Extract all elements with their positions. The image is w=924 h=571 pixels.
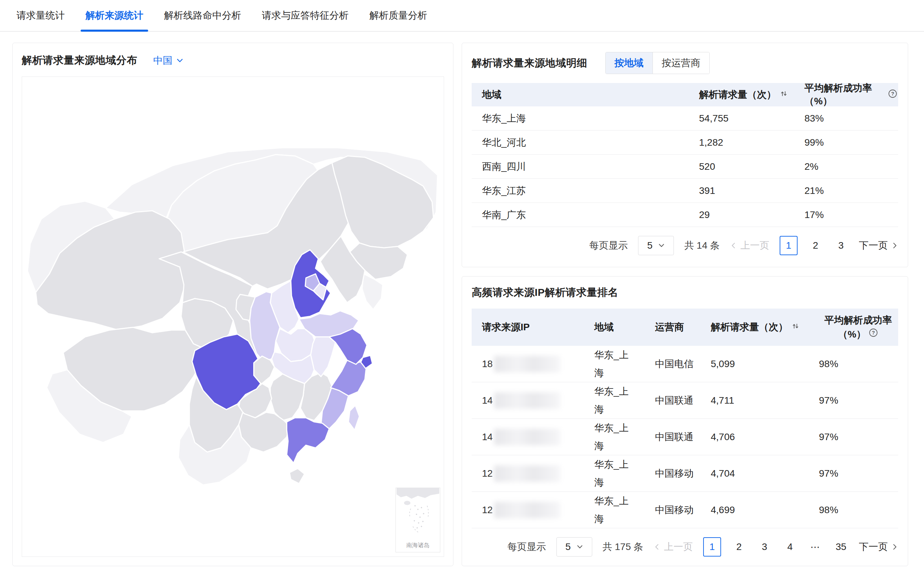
table-row: 西南_四川 520 2% bbox=[472, 154, 898, 179]
toggle-by-region[interactable]: 按地域 bbox=[606, 52, 652, 74]
table-row: 华东_上海 54,755 83% bbox=[472, 106, 898, 131]
table-row: 14 华东_上海 中国联通 4,706 97% bbox=[472, 419, 898, 455]
row-requests: 4,711 bbox=[700, 395, 814, 406]
page-button-1[interactable]: 1 bbox=[780, 236, 797, 255]
ip-rank-title: 高频请求来源IP解析请求量排名 bbox=[472, 286, 618, 299]
map-region-select[interactable]: 中国 bbox=[153, 54, 184, 67]
total-count: 共 175 条 bbox=[603, 540, 643, 553]
page-button-3[interactable]: 3 bbox=[833, 236, 848, 255]
south-china-sea-mini-map bbox=[396, 488, 440, 542]
province-anhui[interactable] bbox=[311, 334, 335, 377]
ip-blur bbox=[494, 392, 560, 409]
tab-resolution-quality[interactable]: 解析质量分析 bbox=[359, 0, 437, 31]
col-region: 地域 bbox=[584, 321, 644, 334]
row-success-rate: 97% bbox=[814, 432, 898, 443]
row-requests: 1,282 bbox=[689, 137, 794, 148]
col-source-ip: 请求来源IP bbox=[472, 321, 584, 334]
region-table-pagination: 每页显示 5 共 14 条 上一页 1 2 3 下一页 bbox=[472, 236, 898, 255]
next-page-button[interactable]: 下一页 bbox=[859, 540, 898, 553]
row-source-ip: 12 bbox=[472, 465, 584, 482]
province-hainan[interactable] bbox=[289, 468, 304, 483]
row-source-ip: 12 bbox=[472, 502, 584, 518]
table-row: 18 华东_上海 中国电信 5,099 98% bbox=[472, 346, 898, 382]
page-ellipsis[interactable]: ⋯ bbox=[808, 537, 823, 557]
svg-text:?: ? bbox=[872, 330, 875, 335]
ip-blur bbox=[494, 502, 560, 518]
ip-blur bbox=[494, 356, 560, 372]
row-isp: 中国联通 bbox=[644, 394, 700, 407]
province-chongqing[interactable] bbox=[254, 356, 275, 384]
view-toggle: 按地域 按运营商 bbox=[605, 52, 710, 74]
row-success-rate: 83% bbox=[794, 113, 898, 124]
row-success-rate: 98% bbox=[814, 358, 898, 370]
page-button-3[interactable]: 3 bbox=[757, 537, 772, 557]
row-isp: 中国移动 bbox=[644, 467, 700, 480]
ip-blur bbox=[494, 465, 560, 482]
row-source-ip: 14 bbox=[472, 429, 584, 445]
col-region: 地域 bbox=[472, 88, 689, 101]
prev-page-button[interactable]: 上一页 bbox=[730, 239, 769, 252]
page-size-select[interactable]: 5 bbox=[556, 537, 592, 557]
content-area: 解析请求量来源地域分布 中国 bbox=[0, 32, 924, 571]
row-region: 华东_上海 bbox=[584, 383, 644, 418]
row-success-rate: 99% bbox=[794, 137, 898, 148]
row-region: 华东_江苏 bbox=[472, 184, 689, 198]
row-region: 华东_上海 bbox=[584, 492, 644, 528]
map-region-select-value: 中国 bbox=[153, 54, 173, 67]
region-table: 地域 解析请求量（次） 平均解析成功率（%） ? bbox=[472, 83, 898, 227]
total-count: 共 14 条 bbox=[684, 239, 720, 252]
chevron-right-icon bbox=[891, 242, 898, 249]
row-requests: 4,699 bbox=[700, 505, 814, 515]
col-success-rate: 平均解析成功率（%） ? bbox=[794, 82, 898, 108]
tab-request-response-analysis[interactable]: 请求与应答特征分析 bbox=[252, 0, 359, 31]
help-icon[interactable]: ? bbox=[868, 327, 878, 341]
tab-resolution-source[interactable]: 解析来源统计 bbox=[75, 0, 154, 31]
row-success-rate: 98% bbox=[814, 505, 898, 515]
dns-analytics-page: 请求量统计 解析来源统计 解析线路命中分析 请求与应答特征分析 解析质量分析 解… bbox=[0, 0, 924, 571]
province-guangdong[interactable] bbox=[287, 418, 329, 463]
south-china-sea-inset: 南海诸岛 bbox=[396, 488, 440, 552]
china-map-svg bbox=[22, 77, 444, 557]
row-requests: 5,099 bbox=[700, 358, 814, 370]
row-region: 华东_上海 bbox=[584, 346, 644, 382]
tab-request-volume[interactable]: 请求量统计 bbox=[6, 0, 75, 31]
toggle-by-isp[interactable]: 按运营商 bbox=[652, 52, 709, 74]
chevron-left-icon bbox=[654, 543, 660, 550]
row-region: 华北_河北 bbox=[472, 136, 689, 149]
table-row: 华东_江苏 391 21% bbox=[472, 179, 898, 203]
prev-page-button[interactable]: 上一页 bbox=[654, 540, 693, 553]
page-button-2[interactable]: 2 bbox=[808, 236, 823, 255]
table-row: 14 华东_上海 中国联通 4,711 97% bbox=[472, 382, 898, 419]
row-success-rate: 21% bbox=[794, 185, 898, 196]
province-taiwan[interactable] bbox=[348, 405, 359, 430]
svg-text:?: ? bbox=[891, 91, 894, 96]
sort-icon[interactable] bbox=[780, 89, 788, 100]
row-requests: 520 bbox=[689, 161, 794, 172]
page-size-label: 每页显示 bbox=[507, 540, 546, 553]
table-row: 华南_广东 29 17% bbox=[472, 203, 898, 227]
page-button-1[interactable]: 1 bbox=[703, 537, 721, 557]
ip-rank-panel: 高频请求来源IP解析请求量排名 请求来源IP 地域 运营商 解析请求量（次） bbox=[462, 276, 908, 566]
region-table-header: 地域 解析请求量（次） 平均解析成功率（%） ? bbox=[472, 83, 898, 106]
table-row: 12 华东_上海 中国移动 4,699 98% bbox=[472, 492, 898, 528]
col-requests: 解析请求量（次） bbox=[700, 321, 814, 334]
ip-blur bbox=[494, 429, 560, 445]
page-button-2[interactable]: 2 bbox=[731, 537, 746, 557]
sort-icon[interactable] bbox=[791, 322, 800, 333]
ip-rank-pagination: 每页显示 5 共 175 条 上一页 1 2 3 4 ⋯ 35 bbox=[472, 537, 898, 557]
row-success-rate: 17% bbox=[794, 209, 898, 221]
page-size-select[interactable]: 5 bbox=[638, 236, 674, 255]
row-requests: 391 bbox=[689, 185, 794, 196]
row-region: 华东_上海 bbox=[584, 455, 644, 491]
row-isp: 中国联通 bbox=[644, 431, 700, 444]
page-button-4[interactable]: 4 bbox=[782, 537, 797, 557]
help-icon[interactable]: ? bbox=[888, 89, 898, 101]
row-region: 西南_四川 bbox=[472, 160, 689, 173]
next-page-button[interactable]: 下一页 bbox=[859, 239, 898, 252]
page-button-35[interactable]: 35 bbox=[833, 537, 848, 557]
chevron-down-icon bbox=[176, 57, 184, 65]
tab-line-hit-analysis[interactable]: 解析线路命中分析 bbox=[154, 0, 252, 31]
ip-rank-table-header: 请求来源IP 地域 运营商 解析请求量（次） 平均解析成功率 bbox=[472, 309, 898, 346]
chevron-down-icon bbox=[658, 242, 665, 249]
map-panel: 解析请求量来源地域分布 中国 bbox=[12, 43, 453, 566]
